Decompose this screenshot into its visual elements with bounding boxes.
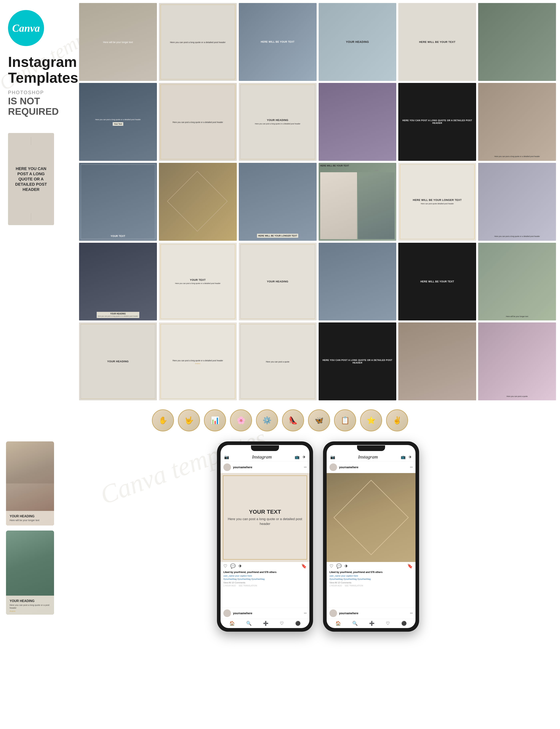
ig-bottom-user-2: yournamehere ··· xyxy=(327,608,415,619)
ig-comments-1[interactable]: View All 10 Comments xyxy=(221,581,309,584)
heart-icon-2[interactable]: ♡ xyxy=(329,564,333,569)
nav-search-icon-1[interactable]: 🔍 xyxy=(246,621,252,626)
template-r3c1[interactable]: YOUR TEXT xyxy=(79,163,157,241)
ig-caption-1: user_name your caption here #yourhashtag… xyxy=(221,574,309,581)
send-icon-2[interactable]: ✈ xyxy=(408,455,412,460)
template-r1c4[interactable]: YOUR HEADING xyxy=(319,3,396,81)
template-r5c4[interactable]: HERE YOU CAN POST A LONG QUOTE OR A DETA… xyxy=(319,322,396,400)
template-r4c4[interactable] xyxy=(319,243,396,320)
template-r5c6[interactable]: Here you can post a quote xyxy=(478,322,556,400)
template-r5c2[interactable]: Here you can post a long quote or a deta… xyxy=(159,322,237,400)
phone-1-notch xyxy=(251,446,279,451)
tv-icon-2[interactable]: 📺 xyxy=(401,455,406,460)
story-icon-3[interactable]: 📊 xyxy=(204,410,226,432)
story-icon-7[interactable]: 🦋 xyxy=(308,410,330,432)
template-r1c3[interactable]: Here will be your text xyxy=(239,3,317,81)
template-r2c6[interactable]: Here you can post a long quote or a deta… xyxy=(478,83,556,161)
ig-post-image-1: YOUR TEXT Here you can post a long quote… xyxy=(221,473,309,562)
story-cards-column: YOUR HEADING Here will be your longer te… xyxy=(0,442,76,632)
template-r2c1[interactable]: Here you can post a long quote or a deta… xyxy=(79,83,157,161)
template-r1c5[interactable]: HERE WILL BE YOUR TEXT xyxy=(398,3,476,81)
story-icon-9[interactable]: ⭐ xyxy=(360,410,382,432)
story-icon-4[interactable]: 🌸 xyxy=(230,410,252,432)
story-icon-10[interactable]: ✌️ xyxy=(386,410,408,432)
template-r3c2[interactable] xyxy=(159,163,237,241)
tall-card-divider-bottom xyxy=(31,213,31,221)
heart-icon-1[interactable]: ♡ xyxy=(223,564,227,569)
nav-profile-icon-1[interactable]: ⚫ xyxy=(295,621,301,626)
template-r4c6[interactable]: Here will be your longer text xyxy=(478,243,556,320)
ig-timestamp-2: 1 HOUR AGO SEE TRANSLATION xyxy=(327,584,415,587)
main-top-section: Canva Instagram Templates PHOTOSHOP IS N… xyxy=(0,0,560,404)
ig-actions-2: ♡ 💬 ✈ 🔖 xyxy=(327,562,415,570)
share-icon-1[interactable]: ✈ xyxy=(238,564,242,569)
nav-add-icon-2[interactable]: ➕ xyxy=(369,621,374,626)
tv-icon-1[interactable]: 📺 xyxy=(295,455,300,460)
template-r4c1[interactable]: YOUR HEADING here you can post a long qu… xyxy=(79,243,157,320)
story-icon-6[interactable]: 👠 xyxy=(282,410,304,432)
template-r2c4[interactable] xyxy=(319,83,396,161)
template-r3c5[interactable]: HERE WILL BE YOUR LONGER TEXT Here can p… xyxy=(398,163,476,241)
nav-home-icon-1[interactable]: 🏠 xyxy=(229,621,235,626)
brand-title: Instagram Templates xyxy=(8,54,68,86)
ig-menu-dots-1[interactable]: ··· xyxy=(304,465,307,470)
template-r1c6[interactable] xyxy=(478,3,556,81)
story-card-2: YOUR HEADING Here you can post a long qu… xyxy=(6,531,54,615)
template-r2c2[interactable]: Here you can post a long quote or a deta… xyxy=(159,83,237,161)
camera-icon-1[interactable]: 📷 xyxy=(224,455,229,460)
story-icon-1[interactable]: ✋ xyxy=(152,410,174,432)
camera-icon-2[interactable]: 📷 xyxy=(330,455,335,460)
ig-comments-2[interactable]: View All 10 Comments xyxy=(327,581,415,584)
post-main-text-1: YOUR TEXT xyxy=(249,509,281,515)
template-r4c3[interactable]: YOUR HEADING xyxy=(239,243,317,320)
share-icon-2[interactable]: ✈ xyxy=(344,564,348,569)
ig-menu-dots-2[interactable]: ··· xyxy=(410,465,413,470)
nav-profile-icon-2[interactable]: ⚫ xyxy=(401,621,407,626)
template-r3c6[interactable]: Here you can post a long quote or a deta… xyxy=(478,163,556,241)
phone-mockups-section: Canva templates 📷 Instagram 📺 ✈ xyxy=(76,442,560,632)
phone-mockup-1: 📷 Instagram 📺 ✈ yournamehere ··· xyxy=(217,442,313,632)
nav-add-icon-1[interactable]: ➕ xyxy=(263,621,268,626)
bookmark-icon-1[interactable]: 🔖 xyxy=(301,564,307,569)
story-icon-5[interactable]: ⚙️ xyxy=(256,410,278,432)
title-line2: Templates xyxy=(8,70,78,86)
template-r1c1[interactable]: Here will be your longer text xyxy=(79,3,157,81)
nav-heart-icon-1[interactable]: ♡ xyxy=(280,621,284,626)
nav-home-icon-2[interactable]: 🏠 xyxy=(335,621,341,626)
story-card-1-overlay: YOUR HEADING Here will be your longer te… xyxy=(6,511,54,526)
template-r4c2[interactable]: YOUR TEXT Here you can post a long quote… xyxy=(159,243,237,320)
phone-1-screen: 📷 Instagram 📺 ✈ yournamehere ··· xyxy=(221,445,309,628)
nav-search-icon-2[interactable]: 🔍 xyxy=(352,621,358,626)
send-icon-1[interactable]: ✈ xyxy=(302,455,306,460)
template-r4c5[interactable]: HERE WILL BE YOUR TEXT xyxy=(398,243,476,320)
template-r2c3[interactable]: YOUR HEADING Here you can post a long qu… xyxy=(239,83,317,161)
nav-heart-icon-2[interactable]: ♡ xyxy=(386,621,390,626)
ig-bottom-avatar-1 xyxy=(223,609,231,617)
story-card-2-text: Here you can post a long quote or a post… xyxy=(10,604,50,609)
ig-header-right-1: 📺 ✈ xyxy=(295,455,306,460)
bookmark-icon-2[interactable]: 🔖 xyxy=(407,564,413,569)
ig-bottom-menu-2[interactable]: ··· xyxy=(410,611,413,615)
canva-logo: Canva xyxy=(8,10,44,46)
ig-user-info-2: yournamehere xyxy=(329,464,358,471)
template-r5c5[interactable] xyxy=(398,322,476,400)
template-r1c2[interactable]: Here you can post a long quote or a deta… xyxy=(159,3,237,81)
ig-bottom-menu-1[interactable]: ··· xyxy=(304,611,307,615)
template-r5c3[interactable]: Here you can post a quote xyxy=(239,322,317,400)
ig-header-right-2: 📺 ✈ xyxy=(401,455,412,460)
comment-icon-2[interactable]: 💬 xyxy=(336,564,342,569)
story-icon-8[interactable]: 📋 xyxy=(334,410,356,432)
template-r5c1[interactable]: YOUR HEADING xyxy=(79,322,157,400)
phone-2-notch xyxy=(357,446,385,451)
ig-bottom-user-1: yournamehere ··· xyxy=(221,608,309,619)
story-card-2-heading: YOUR HEADING xyxy=(10,599,50,603)
template-r3c3[interactable]: HERE WILL BE YOUR LONGER TEXT xyxy=(239,163,317,241)
ig-caption-2: user_name your caption here #yourhashtag… xyxy=(327,574,415,581)
template-grid: Here will be your longer text Here you c… xyxy=(76,0,560,404)
tall-card-text: HERE YOU CAN POST A LONG QUOTE OR A DETA… xyxy=(14,166,48,192)
template-r2c5[interactable]: HERE YOU CAN POST A LONG QUOTE OR A DETA… xyxy=(398,83,476,161)
ig-post-header-2: yournamehere ··· xyxy=(327,462,415,473)
story-icon-2[interactable]: 🤟 xyxy=(178,410,200,432)
comment-icon-1[interactable]: 💬 xyxy=(230,564,236,569)
template-r3c4[interactable]: HERE WILL BE YOUR TEXT BeforeAfter xyxy=(319,163,396,241)
